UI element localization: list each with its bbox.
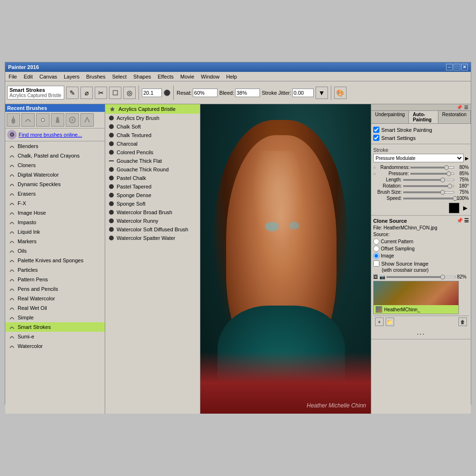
variant-item-11[interactable]: Sponge Soft <box>105 199 200 208</box>
slider-thumb-3[interactable] <box>447 184 452 188</box>
stroke-jitter-input[interactable] <box>292 89 314 97</box>
panel-pin-icon[interactable]: 📌 <box>456 105 463 110</box>
menu-shapes[interactable]: Shapes <box>132 74 152 79</box>
brush-item-5[interactable]: Erasers <box>5 189 105 198</box>
trash-icon-btn[interactable]: 🗑 <box>458 317 467 326</box>
brush-item-19[interactable]: Smart Strokes <box>5 322 105 332</box>
menu-select[interactable]: Select <box>110 74 128 79</box>
slider-thumb-1[interactable] <box>446 171 451 176</box>
size-input[interactable] <box>142 89 162 97</box>
brush-item-18[interactable]: Simple <box>5 313 105 322</box>
brush-library-find-more[interactable]: Find more brushes online... <box>19 132 82 138</box>
variant-item-10[interactable]: Sponge Dense <box>105 191 200 199</box>
brush-item-6[interactable]: F-X <box>5 198 105 208</box>
brush-item-20[interactable]: Sumi-e <box>5 332 105 341</box>
brush-item-13[interactable]: Particles <box>5 265 105 275</box>
variant-item-12[interactable]: Watercolor Broad Brush <box>105 208 200 217</box>
variant-item-3[interactable]: Chalk Textured <box>105 131 200 139</box>
clone-menu-icon[interactable]: ☰ <box>464 218 469 224</box>
source-offset-radio[interactable] <box>373 246 379 252</box>
canvas-area[interactable]: Heather Michelle Chinn <box>200 104 371 414</box>
menu-effects[interactable]: Effects <box>156 74 175 79</box>
tool-btn-1[interactable]: ⌀ <box>80 87 93 99</box>
slider-track-5[interactable] <box>403 198 454 199</box>
size-circle-btn[interactable] <box>164 89 170 96</box>
tab-auto-painting[interactable]: Auto-Painting <box>409 111 438 123</box>
opacity-input[interactable] <box>193 89 218 97</box>
slider-thumb-4[interactable] <box>440 190 445 195</box>
panel-menu-icon[interactable]: ☰ <box>463 105 469 110</box>
variant-item-4[interactable]: Charcoal <box>105 139 200 148</box>
slider-track-4[interactable] <box>403 191 454 193</box>
smart-stroke-checkbox[interactable] <box>373 127 379 133</box>
bleed-input[interactable] <box>235 89 260 97</box>
brush-item-17[interactable]: Real Wet Oil <box>5 303 105 313</box>
variant-item-7[interactable]: Gouache Thick Round <box>105 165 200 174</box>
tool-btn-4[interactable]: ◎ <box>123 87 136 99</box>
recent-brush-5[interactable] <box>80 113 94 127</box>
tool-btn-2[interactable]: ✂ <box>95 87 107 99</box>
maximize-btn[interactable]: □ <box>454 64 460 70</box>
tab-underpainting[interactable]: Underpainting <box>371 111 409 123</box>
brush-item-0[interactable]: Blenders <box>5 141 105 151</box>
variant-item-13[interactable]: Watercolor Runny <box>105 217 200 225</box>
recent-brush-4[interactable] <box>66 113 79 127</box>
brush-item-9[interactable]: Liquid Ink <box>5 227 105 237</box>
tool-btn-3[interactable]: ☐ <box>109 87 121 99</box>
smart-settings-checkbox[interactable] <box>373 135 379 141</box>
brush-selector-btn[interactable]: ✎ <box>66 87 79 99</box>
menu-edit[interactable]: Edit <box>22 74 34 79</box>
recent-brush-3[interactable] <box>51 113 64 127</box>
folder-icon-btn[interactable]: 📁 <box>386 317 394 326</box>
slider-track-2[interactable] <box>403 179 454 181</box>
menu-layers[interactable]: Layers <box>62 74 81 79</box>
brush-item-21[interactable]: Watercolor <box>5 341 105 351</box>
variant-item-9[interactable]: Pastel Tapered <box>105 182 200 191</box>
menu-movie[interactable]: Movie <box>179 74 196 79</box>
stroke-mode-select[interactable]: Pressure Modulate <box>373 154 464 162</box>
menu-file[interactable]: File <box>7 74 19 79</box>
variant-item-5[interactable]: Colored Pencils <box>105 148 200 157</box>
slider-thumb-0[interactable] <box>444 165 449 170</box>
brush-item-16[interactable]: Real Watercolor <box>5 294 105 303</box>
slider-track-3[interactable] <box>403 185 454 187</box>
menu-canvas[interactable]: Canvas <box>38 74 59 79</box>
settings-icon[interactable]: ⚙ <box>7 130 17 139</box>
recent-brush-1[interactable] <box>21 113 35 127</box>
brush-item-3[interactable]: Digital Watercolor <box>5 170 105 179</box>
brush-item-12[interactable]: Palette Knives and Sponges <box>5 256 105 265</box>
source-opacity-slider[interactable] <box>387 276 456 278</box>
show-source-checkbox[interactable] <box>373 260 379 267</box>
slider-track-0[interactable] <box>410 167 454 169</box>
variant-item-1[interactable]: Acrylics Dry Brush <box>105 114 200 122</box>
clone-pin-icon[interactable]: 📌 <box>456 218 463 224</box>
source-selected-row[interactable]: HeatherMChinn_ <box>374 305 458 314</box>
variant-item-15[interactable]: Watercolor Spatter Water <box>105 234 200 242</box>
source-current-pattern-radio[interactable] <box>373 238 379 245</box>
mixer-btn[interactable]: 🎨 <box>334 87 347 99</box>
brush-item-4[interactable]: Dynamic Speckles <box>5 179 105 189</box>
slider-thumb-2[interactable] <box>440 178 445 182</box>
variant-item-8[interactable]: Pastel Chalk <box>105 174 200 182</box>
brush-item-2[interactable]: Cloners <box>5 160 105 170</box>
recent-brush-0[interactable] <box>7 113 20 127</box>
add-clone-btn[interactable]: + <box>375 317 384 326</box>
variant-item-6[interactable]: Gouache Thick Flat <box>105 157 200 165</box>
minimize-btn[interactable]: ─ <box>446 64 453 70</box>
brush-item-8[interactable]: Impasto <box>5 218 105 227</box>
recent-brush-2[interactable] <box>36 113 50 127</box>
slider-track-1[interactable] <box>410 173 454 175</box>
brush-item-11[interactable]: Oils <box>5 246 105 256</box>
variant-item-0[interactable]: Acrylics Captured Bristle <box>105 104 200 114</box>
close-btn[interactable]: ✕ <box>461 64 468 70</box>
brush-item-10[interactable]: Markers <box>5 237 105 246</box>
variant-item-14[interactable]: Watercolor Soft Diffused Brush <box>105 225 200 234</box>
tab-restoration[interactable]: Restoration <box>438 111 471 123</box>
menu-brushes[interactable]: Brushes <box>85 74 107 79</box>
extra-tool-btn[interactable]: ▼ <box>316 87 328 99</box>
menu-window[interactable]: Window <box>199 74 221 79</box>
source-image-radio[interactable] <box>373 253 379 259</box>
variant-item-2[interactable]: Chalk Soft <box>105 122 200 131</box>
brush-item-14[interactable]: Pattern Pens <box>5 275 105 284</box>
menu-help[interactable]: Help <box>225 74 238 79</box>
